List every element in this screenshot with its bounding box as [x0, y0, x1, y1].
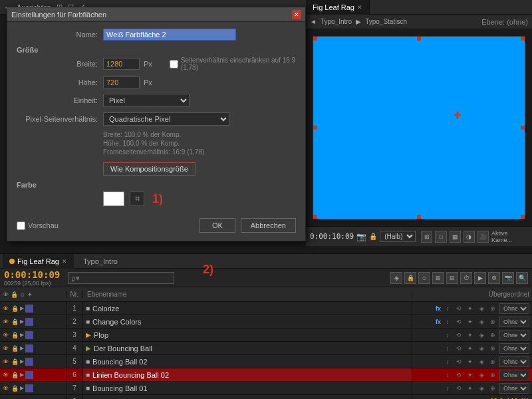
lock-icon-5[interactable]: 🔒: [11, 371, 19, 379]
timeline-tab-figleaf[interactable]: Fig Leaf Rag ✕: [3, 254, 74, 269]
layer-name-cell-1[interactable]: ■Change Colors: [83, 315, 412, 328]
layer-name-cell-4[interactable]: ■Bouncing Ball 02: [83, 355, 412, 368]
preview-tab-figleaf[interactable]: Fig Leaf Rag ✕: [306, 0, 370, 15]
timeline-search-input[interactable]: [68, 272, 174, 284]
timeline-tab-typo[interactable]: Typo_Intro: [76, 254, 124, 269]
prop-icon-7-1[interactable]: ⟲: [445, 397, 454, 400]
eye-icon-3[interactable]: 👁: [1, 344, 9, 352]
camera-btn[interactable]: 🎥: [477, 231, 489, 243]
layer-parent-select-4[interactable]: Ohne: [499, 356, 529, 367]
eye-icon-5[interactable]: 👁: [1, 371, 9, 379]
safe-btn[interactable]: □: [435, 231, 446, 243]
prop-icon-3-0[interactable]: ↕: [443, 344, 452, 353]
prop-icon-6-2[interactable]: ✦: [466, 384, 475, 393]
layer-row-2[interactable]: 👁🔒▶2■Change Colorsfx↕⟲✦◈⊕Ohne: [0, 315, 532, 329]
grid-btn[interactable]: ⊞: [421, 231, 432, 243]
expand-arrow-6[interactable]: ▶: [20, 385, 24, 391]
layer-row-7[interactable]: 👁🔒▶7■Bouncing Ball 01↕⟲✦◈⊕Ohne: [0, 382, 532, 395]
lock-icon-6[interactable]: 🔒: [11, 384, 19, 392]
prop-icon-1-2[interactable]: ✦: [466, 317, 475, 327]
tl-icon-time[interactable]: ⏱: [460, 272, 472, 284]
expand-arrow-2[interactable]: ▶: [20, 332, 24, 338]
timeline-tab-figleaf-close[interactable]: ✕: [62, 254, 67, 269]
eye-icon-4[interactable]: 👁: [1, 358, 9, 366]
tl-icon-expand[interactable]: ⊞: [432, 272, 444, 284]
prop-icon-5-4[interactable]: ⊕: [488, 370, 497, 380]
prop-icon-4-0[interactable]: ↕: [443, 357, 452, 366]
prop-icon-0-1[interactable]: ⟲: [454, 304, 464, 313]
tl-icon-render[interactable]: ▶: [474, 272, 486, 284]
layer-row-5[interactable]: 👁🔒▶5■Bouncing Ball 02↕⟲✦◈⊕Ohne: [0, 355, 532, 368]
expand-arrow-1[interactable]: ▶: [20, 319, 24, 325]
unit-select[interactable]: Pixel: [103, 94, 190, 107]
lock-icon-2[interactable]: 🔒: [11, 331, 19, 339]
expand-arrow-3[interactable]: ▶: [20, 345, 24, 351]
layer-parent-select-6[interactable]: Ohne: [499, 383, 529, 394]
tl-icon-camera[interactable]: 📷: [502, 272, 514, 284]
expand-arrow-5[interactable]: ▶: [20, 372, 24, 378]
dialog-close-button[interactable]: ✕: [292, 10, 301, 19]
name-input[interactable]: [103, 29, 236, 41]
expand-arrow-0[interactable]: ▶: [20, 305, 24, 311]
layer-parent-select-0[interactable]: Ohne: [499, 303, 529, 314]
quality-select[interactable]: (Halb) Voll Halb: [380, 231, 416, 242]
layer-row-3[interactable]: 👁🔒▶3▶Plop↕⟲✦◈⊕Ohne: [0, 329, 532, 342]
layer-name-cell-5[interactable]: ■Linien Bouncing Ball 02: [83, 368, 412, 381]
channels-btn[interactable]: ▦: [450, 231, 461, 243]
prop-icon-0-2[interactable]: ✦: [466, 304, 475, 313]
preview-checkbox[interactable]: [17, 221, 25, 230]
prop-icon-3-1[interactable]: ⟲: [454, 344, 464, 353]
prop-icon-5-3[interactable]: ◈: [477, 370, 486, 380]
layer-row-6[interactable]: 👁🔒▶6■Linien Bouncing Ball 02↕⟲✦◈⊕Ohne: [0, 368, 532, 382]
preview-nav-typo-intro[interactable]: Typo_Intro: [321, 18, 352, 25]
tl-icon-solo[interactable]: ◈: [390, 272, 402, 284]
prop-icon-5-1[interactable]: ⟲: [454, 370, 464, 380]
exposure-btn[interactable]: ◑: [464, 231, 475, 243]
prop-icon-3-4[interactable]: ⊕: [488, 344, 497, 353]
layer-parent-select-2[interactable]: Ohne: [499, 330, 529, 340]
lock-icon-0[interactable]: 🔒: [11, 305, 19, 313]
lock-icon-3[interactable]: 🔒: [11, 344, 19, 352]
prop-icon-2-2[interactable]: ✦: [466, 331, 475, 340]
prop-icon-0-3[interactable]: ◈: [477, 304, 486, 313]
prop-icon-1-1[interactable]: ⟲: [454, 317, 464, 327]
tl-icon-search[interactable]: 🔍: [516, 272, 528, 284]
prop-icon-5-2[interactable]: ✦: [466, 370, 475, 380]
eye-icon-6[interactable]: 👁: [1, 384, 9, 392]
prop-icon-3-3[interactable]: ◈: [477, 344, 486, 353]
eye-icon-0[interactable]: 👁: [1, 305, 9, 313]
prop-icon-6-4[interactable]: ⊕: [488, 384, 497, 393]
preview-tab-figleaf-close[interactable]: ✕: [357, 0, 362, 15]
eyedropper-button[interactable]: ⌗: [130, 192, 144, 206]
prop-icon-7-4[interactable]: ⊕: [479, 397, 488, 400]
prop-icon-7-2[interactable]: ✦: [456, 397, 466, 400]
prop-icon-0-0[interactable]: ↕: [443, 304, 452, 313]
layer-parent-select-3[interactable]: Ohne: [499, 343, 529, 354]
tl-icon-shy[interactable]: ☺: [418, 272, 430, 284]
eye-icon-1[interactable]: 👁: [1, 318, 9, 326]
prop-icon-6-3[interactable]: ◈: [477, 384, 486, 393]
prop-icon-4-2[interactable]: ✦: [466, 357, 475, 366]
prop-icon-7-3[interactable]: ◈: [467, 397, 477, 400]
aspect-lock-checkbox[interactable]: [170, 60, 178, 68]
expand-arrow-4[interactable]: ▶: [20, 358, 24, 364]
tl-icon-collapse[interactable]: ⊟: [446, 272, 458, 284]
lock-icon-4[interactable]: 🔒: [11, 358, 19, 366]
layer-row-4[interactable]: 👁🔒▶4▶Der Bouncing Ball↕⟲✦◈⊕Ohne: [0, 342, 532, 355]
height-input[interactable]: [103, 76, 140, 88]
prop-icon-4-4[interactable]: ⊕: [488, 357, 497, 366]
color-swatch[interactable]: [103, 192, 124, 206]
preview-nav-back[interactable]: ◄: [310, 18, 317, 25]
ok-button[interactable]: OK: [200, 218, 235, 233]
prop-icon-2-0[interactable]: ↕: [443, 331, 452, 340]
prop-icon-6-1[interactable]: ⟲: [454, 384, 464, 393]
prop-icon-5-0[interactable]: ↕: [443, 370, 452, 380]
layer-name-cell-7[interactable]: ◆Skalierung: [83, 395, 412, 399]
prop-icon-1-4[interactable]: ⊕: [488, 317, 497, 327]
tl-icon-settings[interactable]: ⚙: [488, 272, 500, 284]
tl-icon-lock[interactable]: 🔒: [404, 272, 416, 284]
prop-icon-1-3[interactable]: ◈: [477, 317, 486, 327]
prop-icon-3-2[interactable]: ✦: [466, 344, 475, 353]
lock-icon-1[interactable]: 🔒: [11, 318, 19, 326]
prop-icon-1-0[interactable]: ↕: [443, 317, 452, 327]
